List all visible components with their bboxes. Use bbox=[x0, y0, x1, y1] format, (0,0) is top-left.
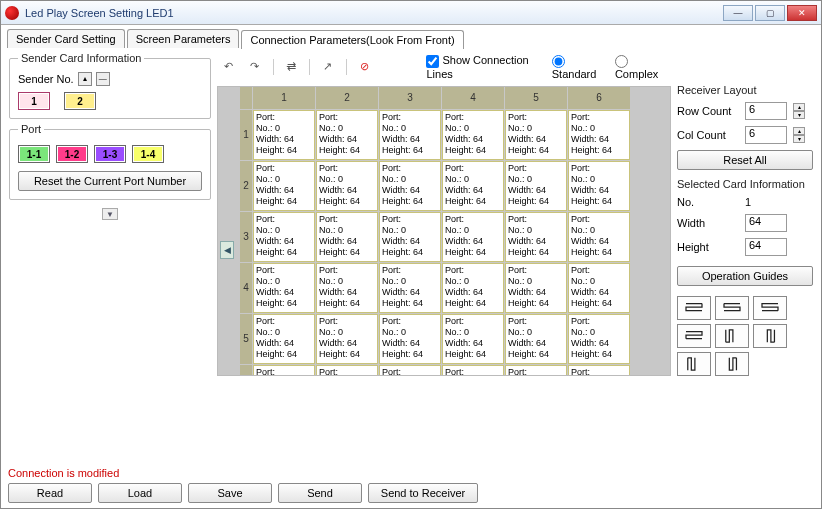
receiver-cell[interactable]: Port:No.: 0Width: 64Height: 64 bbox=[442, 263, 504, 313]
read-button[interactable]: Read bbox=[8, 483, 92, 503]
receiver-cell[interactable]: Port:No.: 0Width: 64Height: 64 bbox=[316, 212, 378, 262]
receiver-cell[interactable]: Port:No.: 0Width: 64Height: 64 bbox=[379, 110, 441, 160]
receiver-cell[interactable]: Port:No.: 0Width: 64Height: 64 bbox=[505, 314, 567, 364]
receiver-cell[interactable]: Port:No.: 0Width: 64Height: 64 bbox=[568, 110, 630, 160]
receiver-cell[interactable]: Port:No.: 0Width: 64Height: 64 bbox=[253, 110, 315, 160]
op-down-left[interactable] bbox=[753, 324, 787, 348]
receiver-cell[interactable]: Port:No.: 0Width: 64Height: 64 bbox=[316, 365, 378, 376]
row-header: 3 bbox=[240, 212, 252, 262]
receiver-cell[interactable]: Port:No.: 0Width: 64Height: 64 bbox=[316, 110, 378, 160]
receiver-cell[interactable]: Port:No.: 0Width: 64Height: 64 bbox=[568, 161, 630, 211]
op-right-up[interactable] bbox=[753, 296, 787, 320]
minimize-button[interactable]: — bbox=[723, 5, 753, 21]
op-up-left[interactable] bbox=[715, 352, 749, 376]
clear-icon[interactable]: ⇄ bbox=[283, 59, 299, 75]
receiver-cell[interactable]: Port:No.: 0Width: 64Height: 64 bbox=[505, 365, 567, 376]
port-1-1[interactable]: 1-1 bbox=[18, 145, 50, 163]
sender-info-legend: Sender Card Information bbox=[18, 52, 144, 64]
receiver-layout-title: Receiver Layout bbox=[677, 84, 813, 96]
title-bar: Led Play Screen Setting LED1 — ▢ ✕ bbox=[1, 1, 821, 25]
tab-strip: Sender Card Setting Screen Parameters Co… bbox=[1, 25, 821, 48]
sender-chip-1[interactable]: 1 bbox=[18, 92, 50, 110]
receiver-cell[interactable]: Port:No.: 0Width: 64Height: 64 bbox=[442, 365, 504, 376]
reset-port-button[interactable]: Reset the Current Port Number bbox=[18, 171, 202, 191]
receiver-cell[interactable]: Port:No.: 0Width: 64Height: 64 bbox=[442, 212, 504, 262]
receiver-cell[interactable]: Port:No.: 0Width: 64Height: 64 bbox=[253, 314, 315, 364]
receiver-cell[interactable]: Port:No.: 0Width: 64Height: 64 bbox=[505, 212, 567, 262]
receiver-cell[interactable]: Port:No.: 0Width: 64Height: 64 bbox=[253, 263, 315, 313]
receiver-cell[interactable]: Port:No.: 0Width: 64Height: 64 bbox=[316, 161, 378, 211]
receiver-cell[interactable]: Port:No.: 0Width: 64Height: 64 bbox=[568, 263, 630, 313]
col-header: 5 bbox=[505, 87, 567, 109]
col-header: 3 bbox=[379, 87, 441, 109]
port-1-4[interactable]: 1-4 bbox=[132, 145, 164, 163]
complex-radio[interactable]: Complex bbox=[615, 54, 667, 80]
sender-no-down[interactable]: — bbox=[96, 72, 110, 86]
receiver-cell[interactable]: Port:No.: 0Width: 64Height: 64 bbox=[253, 161, 315, 211]
port-1-3[interactable]: 1-3 bbox=[94, 145, 126, 163]
standard-radio[interactable]: Standard bbox=[552, 54, 605, 80]
show-lines-checkbox[interactable]: Show Connection Lines bbox=[426, 54, 541, 80]
reset-all-button[interactable]: Reset All bbox=[677, 150, 813, 170]
receiver-cell[interactable]: Port:No.: 0Width: 64Height: 64 bbox=[379, 365, 441, 376]
scroll-left-button[interactable]: ◀ bbox=[220, 241, 234, 259]
op-right-down[interactable] bbox=[677, 296, 711, 320]
receiver-cell[interactable]: Port:No.: 0Width: 64Height: 64 bbox=[442, 110, 504, 160]
sel-height-input[interactable]: 64 bbox=[745, 238, 787, 256]
send-button[interactable]: Send bbox=[278, 483, 362, 503]
save-button[interactable]: Save bbox=[188, 483, 272, 503]
receiver-cell[interactable]: Port:No.: 0Width: 64Height: 64 bbox=[505, 263, 567, 313]
col-dn[interactable]: ▾ bbox=[793, 135, 805, 143]
row-count-input[interactable]: 6 bbox=[745, 102, 787, 120]
receiver-cell[interactable]: Port:No.: 0Width: 64Height: 64 bbox=[379, 212, 441, 262]
op-left-down[interactable] bbox=[715, 296, 749, 320]
receiver-cell[interactable]: Port:No.: 0Width: 64Height: 64 bbox=[505, 110, 567, 160]
receiver-cell[interactable]: Port:No.: 0Width: 64Height: 64 bbox=[568, 365, 630, 376]
row-header: 4 bbox=[240, 263, 252, 313]
load-button[interactable]: Load bbox=[98, 483, 182, 503]
receiver-cell[interactable]: Port:No.: 0Width: 64Height: 64 bbox=[442, 161, 504, 211]
receiver-cell[interactable]: Port:No.: 0Width: 64Height: 64 bbox=[316, 314, 378, 364]
port-group: Port 1-1 1-2 1-3 1-4 Reset the Current P… bbox=[9, 123, 211, 200]
tab-screen-params[interactable]: Screen Parameters bbox=[127, 29, 240, 48]
row-count-label: Row Count bbox=[677, 105, 739, 117]
tab-sender-card[interactable]: Sender Card Setting bbox=[7, 29, 125, 48]
op-down-right[interactable] bbox=[715, 324, 749, 348]
receiver-cell[interactable]: Port:No.: 0Width: 64Height: 64 bbox=[253, 365, 315, 376]
sender-chip-2[interactable]: 2 bbox=[64, 92, 96, 110]
redo-icon[interactable]: ↷ bbox=[247, 59, 263, 75]
row-up[interactable]: ▴ bbox=[793, 103, 805, 111]
undo-icon[interactable]: ↶ bbox=[221, 59, 237, 75]
receiver-cell[interactable]: Port:No.: 0Width: 64Height: 64 bbox=[442, 314, 504, 364]
receiver-cell[interactable]: Port:No.: 0Width: 64Height: 64 bbox=[505, 161, 567, 211]
receiver-cell[interactable]: Port:No.: 0Width: 64Height: 64 bbox=[568, 212, 630, 262]
send-to-receiver-button[interactable]: Send to Receiver bbox=[368, 483, 478, 503]
op-left-up[interactable] bbox=[677, 324, 711, 348]
grid-area: ◀ 1234561Port:No.: 0Width: 64Height: 64P… bbox=[217, 86, 671, 376]
row-header: 6 bbox=[240, 365, 252, 376]
tab-connection-params[interactable]: Connection Parameters(Look From Front) bbox=[241, 30, 463, 49]
delete-icon[interactable]: ⊘ bbox=[357, 59, 373, 75]
status-text: Connection is modified bbox=[8, 467, 478, 479]
sender-no-label: Sender No. bbox=[18, 73, 74, 85]
receiver-cell[interactable]: Port:No.: 0Width: 64Height: 64 bbox=[379, 314, 441, 364]
row-dn[interactable]: ▾ bbox=[793, 111, 805, 119]
sender-no-up[interactable]: ▴ bbox=[78, 72, 92, 86]
maximize-button[interactable]: ▢ bbox=[755, 5, 785, 21]
sel-no-label: No. bbox=[677, 196, 739, 208]
expand-down-button[interactable]: ▼ bbox=[102, 208, 118, 220]
receiver-cell[interactable]: Port:No.: 0Width: 64Height: 64 bbox=[379, 263, 441, 313]
operation-guides-button[interactable]: Operation Guides bbox=[677, 266, 813, 286]
path-icon[interactable]: ↗ bbox=[320, 59, 336, 75]
row-header: 1 bbox=[240, 110, 252, 160]
receiver-cell[interactable]: Port:No.: 0Width: 64Height: 64 bbox=[379, 161, 441, 211]
port-1-2[interactable]: 1-2 bbox=[56, 145, 88, 163]
close-button[interactable]: ✕ bbox=[787, 5, 817, 21]
receiver-cell[interactable]: Port:No.: 0Width: 64Height: 64 bbox=[316, 263, 378, 313]
receiver-cell[interactable]: Port:No.: 0Width: 64Height: 64 bbox=[253, 212, 315, 262]
col-up[interactable]: ▴ bbox=[793, 127, 805, 135]
receiver-cell[interactable]: Port:No.: 0Width: 64Height: 64 bbox=[568, 314, 630, 364]
op-up-right[interactable] bbox=[677, 352, 711, 376]
sel-width-input[interactable]: 64 bbox=[745, 214, 787, 232]
col-count-input[interactable]: 6 bbox=[745, 126, 787, 144]
